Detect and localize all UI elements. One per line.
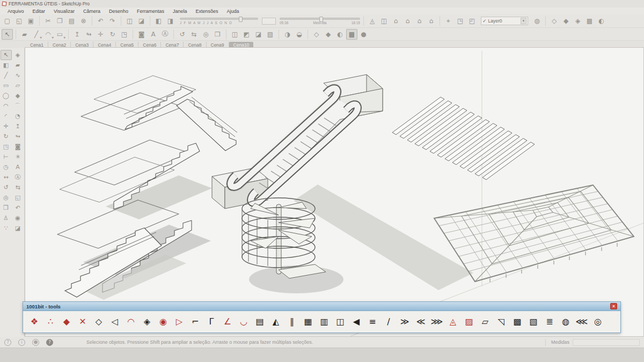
rotate-button[interactable]: ↻ — [107, 29, 118, 40]
two-point-arc-icon[interactable]: ⌒ — [12, 101, 24, 111]
3d-text-icon[interactable]: Ⓐ — [12, 172, 24, 182]
zoom-previous-icon[interactable]: ↶ — [12, 203, 24, 213]
shaded-face-button[interactable]: ◐ — [334, 29, 346, 40]
top-view-button[interactable]: ◫ — [378, 16, 390, 26]
eraser-icon[interactable]: ▰ — [12, 60, 24, 70]
taper-extrude-icon[interactable]: ▷ — [172, 313, 186, 329]
section-plane-icon[interactable]: ◪ — [12, 223, 24, 233]
layer-select[interactable]: ✓ Layer0 ▼ — [481, 17, 528, 25]
menu-item[interactable]: Editar — [28, 9, 50, 14]
l-profile-icon[interactable]: Γ — [204, 313, 218, 329]
extrude-profile-icon[interactable]: ◁ — [108, 313, 122, 329]
look-around-icon[interactable]: ◉ — [12, 213, 24, 223]
shadow-toggle-button[interactable]: ◨ — [165, 16, 176, 26]
pitched-box-icon[interactable]: ◈ — [140, 313, 154, 329]
textured-face-button[interactable]: ▩ — [346, 29, 357, 40]
zoom-tool-icon[interactable]: ◎ — [1, 193, 12, 203]
rectangle-tool-icon[interactable]: ▭ — [1, 80, 12, 91]
front-view-button[interactable]: ⌂ — [390, 16, 401, 26]
grille-panel-icon[interactable]: ▧ — [526, 313, 540, 329]
monochrome-style-button[interactable]: ◐ — [596, 16, 607, 26]
drill-hole-icon[interactable]: ◉ — [156, 313, 170, 329]
sign-in-icon[interactable]: ☻ — [32, 339, 39, 346]
menu-item[interactable]: Ajuda — [223, 9, 244, 14]
window-frame-icon[interactable]: ▩ — [510, 313, 524, 329]
text-tool-button[interactable]: A — [148, 29, 159, 40]
divide-segments-icon[interactable]: ∴ — [43, 313, 57, 329]
menu-item[interactable]: Câmera — [79, 9, 105, 14]
look-around-button[interactable]: ⌖ — [443, 16, 454, 26]
purlin-array-icon[interactable]: ◍ — [559, 313, 573, 329]
protractor-icon[interactable]: ◷ — [1, 162, 12, 172]
zoom-extents-button[interactable]: ❒ — [212, 29, 223, 40]
shadow-time-slider[interactable]: 05:36 Meio-dia 18:15 — [280, 18, 360, 25]
rectangle-tool-button[interactable]: ▭▼ — [54, 29, 65, 40]
zoom-window-icon[interactable]: ◱ — [12, 193, 24, 203]
time-slider-thumb[interactable] — [319, 17, 323, 22]
dimension-tool-icon[interactable]: ↔ — [1, 172, 12, 182]
3d-text-button[interactable]: Ⓐ — [159, 29, 171, 40]
circle-tool-icon[interactable]: ◯ — [1, 91, 12, 101]
menu-item[interactable]: Ferramentas — [133, 9, 169, 14]
line-tool-icon[interactable]: ╱ — [1, 70, 12, 80]
menu-item[interactable]: Visualizar — [49, 9, 79, 14]
back-view-button[interactable]: ⌂ — [414, 16, 425, 26]
escalator-tool-icon[interactable]: ◬ — [446, 313, 460, 329]
louvre-panel-icon[interactable]: ▱ — [478, 313, 492, 329]
close-icon[interactable]: x — [610, 303, 617, 309]
undo-button[interactable]: ↶ — [95, 16, 106, 26]
rotate-tool-icon[interactable]: ↻ — [1, 131, 12, 142]
follow-me-icon[interactable]: ↬ — [12, 131, 24, 142]
rafter-array-icon[interactable]: ≣ — [543, 313, 557, 329]
scale-tool-icon[interactable]: ◳ — [1, 142, 12, 152]
help-badge-icon[interactable]: ? — [46, 339, 53, 346]
menu-item[interactable]: Arquivo — [3, 9, 28, 14]
paste-button[interactable]: ▤ — [66, 16, 77, 26]
push-pull-button[interactable]: ↥ — [71, 29, 83, 40]
arc-profile-icon[interactable]: ◠ — [124, 313, 138, 329]
paint-bucket-button[interactable]: ◙ — [136, 29, 147, 40]
paint-bucket-icon[interactable]: ◧ — [1, 60, 12, 70]
patterned-face-icon[interactable]: ◆ — [60, 313, 74, 329]
print-button[interactable]: ◫ — [124, 16, 135, 26]
menu-item[interactable]: Extensões — [192, 9, 223, 14]
pyramid-roof-icon[interactable]: ◭ — [269, 313, 283, 329]
cut-button[interactable]: ✂ — [42, 16, 54, 26]
brace-array-icon[interactable]: ⋘ — [575, 313, 589, 329]
claim-credit-icon[interactable]: i — [18, 339, 25, 346]
chevron-down-icon[interactable]: ▼ — [521, 18, 526, 24]
follow-me-button[interactable]: ↬ — [83, 29, 94, 40]
axes-tool-icon[interactable]: ✳ — [12, 152, 24, 162]
offset-tool-icon[interactable]: ◙ — [12, 142, 24, 152]
section-plane-button[interactable]: ◫ — [229, 29, 240, 40]
hidden-line-face-button[interactable]: ◆ — [323, 29, 334, 40]
walk-tool-icon[interactable]: ∵ — [1, 223, 12, 233]
spiral-ramp-icon[interactable]: ⋙ — [430, 313, 444, 329]
tape-measure-icon[interactable]: ⊢ — [1, 152, 12, 162]
section-cut-button[interactable]: ◪ — [253, 29, 264, 40]
left-view-button[interactable]: ⌂ — [426, 16, 437, 26]
arc-tool-button[interactable]: ◠▼ — [42, 29, 54, 40]
grab-bars-icon[interactable]: ▦ — [301, 313, 315, 329]
wireframe-style-button[interactable]: ◇ — [548, 16, 560, 26]
push-pull-icon[interactable]: ↥ — [12, 121, 24, 131]
menu-item[interactable]: Desenho — [105, 9, 133, 14]
fold-plate-icon[interactable]: ◫ — [333, 313, 347, 329]
polygon-tool-icon[interactable]: ◆ — [12, 91, 24, 101]
two-point-perspective-button[interactable]: ◰ — [466, 16, 478, 26]
model-info-button[interactable]: ◪ — [136, 16, 147, 26]
layer-manager-button[interactable]: ◍ — [531, 16, 543, 26]
polygon-face-icon[interactable]: ◇ — [92, 313, 106, 329]
stair-flight-icon[interactable]: ≪ — [414, 313, 428, 329]
rotated-rectangle-icon[interactable]: ▱ — [12, 80, 24, 91]
copy-button[interactable]: ❐ — [54, 16, 65, 26]
shadows-toggle-button[interactable]: ◑ — [282, 29, 293, 40]
curve-wall-icon[interactable]: ◡ — [237, 313, 251, 329]
column-array-icon[interactable]: ∥ — [285, 313, 299, 329]
monochrome-face-button[interactable]: ● — [358, 29, 369, 40]
fog-toggle-button[interactable]: ◒ — [294, 29, 305, 40]
shadow-date-slider[interactable]: J F M A M J J A S O N D — [180, 18, 258, 25]
delete-button[interactable]: ⊗ — [78, 16, 89, 26]
eraser-tool-button[interactable]: ▰ — [19, 29, 30, 40]
shaded-style-button[interactable]: ◈ — [572, 16, 583, 26]
